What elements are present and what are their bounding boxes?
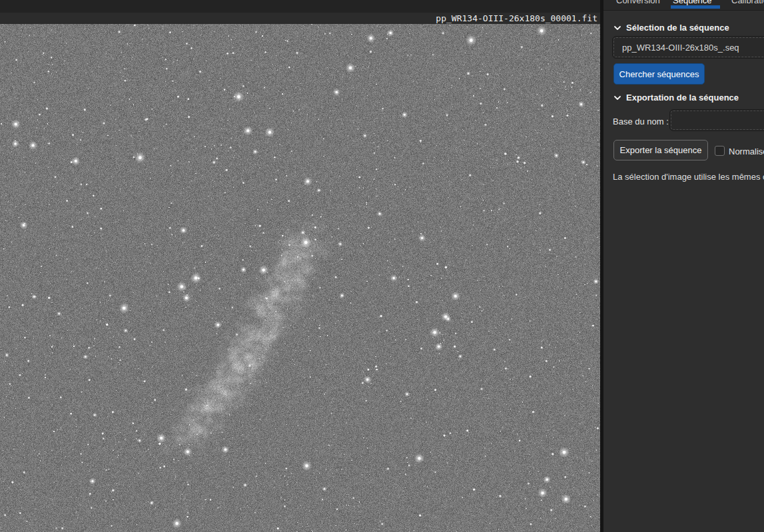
search-sequences-button[interactable]: Chercher séquences bbox=[613, 63, 705, 85]
tab-conversion[interactable]: Conversion bbox=[616, 0, 660, 5]
chevron-down-icon bbox=[613, 24, 621, 32]
image-viewer: pp_WR134-OIII-26x180s_00001.fit bbox=[0, 0, 600, 532]
panel-tabstrip: Conversion Séquence Calibration bbox=[603, 0, 764, 11]
base-name-input[interactable] bbox=[669, 109, 764, 131]
normalize-checkbox[interactable] bbox=[715, 146, 725, 156]
sequence-panel: Conversion Séquence Calibration Sélectio… bbox=[603, 0, 764, 532]
sequence-export-header: Exportation de la séquence bbox=[626, 93, 739, 103]
export-sequence-button[interactable]: Exporter la séquence bbox=[613, 140, 708, 160]
selection-info-text: La sélection d'image utilise les mêmes c… bbox=[613, 172, 764, 182]
siril-window: pp_WR134-OIII-26x180s_00001.fit Conversi… bbox=[0, 0, 764, 532]
sequence-selection-header: Sélection de la séquence bbox=[626, 23, 729, 33]
sequence-export-expander[interactable]: Exportation de la séquence bbox=[613, 93, 739, 103]
starfield-image[interactable] bbox=[0, 24, 600, 532]
base-name-label: Base du nom : bbox=[613, 117, 669, 127]
normalize-checkbox-label: Normaliser bbox=[729, 146, 764, 156]
active-tab-indicator bbox=[671, 5, 720, 9]
tab-calibration[interactable]: Calibration bbox=[731, 0, 764, 5]
tab-sequence[interactable]: Séquence bbox=[673, 0, 712, 5]
sequence-name-input[interactable] bbox=[612, 36, 764, 59]
image-filename-overlay: pp_WR134-OIII-26x180s_00001.fit bbox=[0, 13, 600, 24]
chevron-down-icon bbox=[613, 94, 621, 102]
viewer-top-strip bbox=[0, 0, 600, 13]
sequence-selection-expander[interactable]: Sélection de la séquence bbox=[613, 23, 729, 33]
